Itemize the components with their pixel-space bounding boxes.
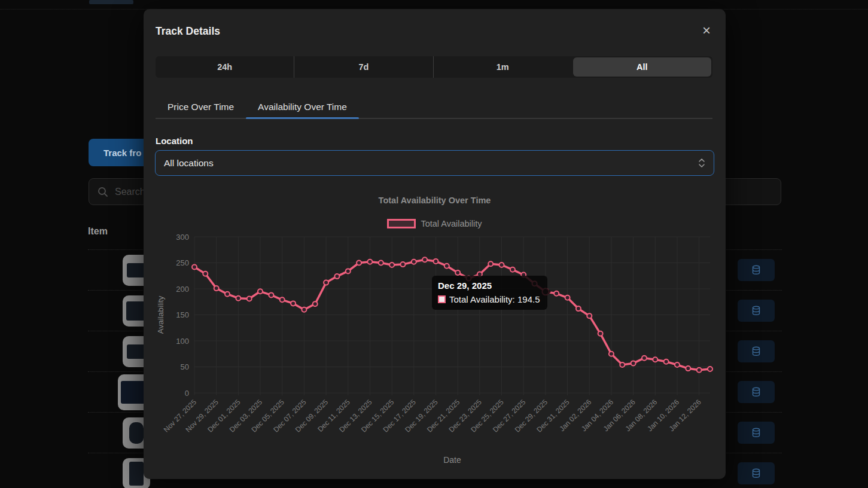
y-tick-label: 250 bbox=[176, 258, 189, 267]
data-point[interactable] bbox=[214, 286, 219, 291]
product-image bbox=[129, 462, 144, 486]
data-point[interactable] bbox=[389, 263, 394, 267]
data-point[interactable] bbox=[192, 265, 197, 270]
availability-line-chart[interactable]: 050100150200250300Nov 27, 2025Nov 29, 20… bbox=[156, 230, 715, 472]
data-point[interactable] bbox=[379, 261, 383, 266]
data-point[interactable] bbox=[686, 366, 690, 371]
time-range-selector: 24h7d1mAll bbox=[156, 56, 712, 78]
data-point[interactable] bbox=[401, 262, 406, 267]
close-icon[interactable]: × bbox=[697, 21, 716, 40]
data-point[interactable] bbox=[324, 280, 328, 285]
data-point[interactable] bbox=[258, 289, 263, 294]
data-point[interactable] bbox=[697, 368, 702, 373]
search-placeholder: Search bbox=[115, 187, 145, 197]
tab-availability-over-time[interactable]: Availability Over Time bbox=[246, 96, 359, 118]
tab-price-over-time[interactable]: Price Over Time bbox=[156, 96, 246, 118]
data-point[interactable] bbox=[203, 272, 208, 276]
tooltip-series-swatch bbox=[438, 295, 446, 303]
location-select[interactable]: All locations bbox=[155, 150, 714, 176]
data-point[interactable] bbox=[334, 274, 339, 279]
time-range-7d[interactable]: 7d bbox=[294, 56, 433, 78]
y-tick-label: 300 bbox=[176, 233, 189, 242]
data-point[interactable] bbox=[565, 295, 570, 300]
y-tick-label: 50 bbox=[181, 362, 189, 371]
data-point[interactable] bbox=[412, 260, 416, 264]
modal-title: Track Details bbox=[156, 25, 220, 38]
product-image bbox=[127, 263, 145, 277]
chart-legend[interactable]: Total Availability bbox=[144, 219, 726, 228]
database-icon bbox=[751, 306, 761, 316]
tooltip-value: Total Availability: 194.5 bbox=[449, 294, 540, 304]
product-image bbox=[127, 344, 145, 359]
location-select-value: All locations bbox=[164, 158, 698, 169]
data-point[interactable] bbox=[631, 361, 636, 365]
time-range-24h[interactable]: 24h bbox=[156, 56, 294, 78]
product-image bbox=[129, 422, 144, 444]
time-range-all[interactable]: All bbox=[573, 57, 711, 77]
database-icon bbox=[751, 346, 761, 356]
database-button[interactable] bbox=[738, 259, 775, 281]
data-point[interactable] bbox=[269, 292, 273, 297]
chevron-updown-icon bbox=[698, 158, 705, 168]
time-range-1m[interactable]: 1m bbox=[433, 56, 572, 78]
data-point[interactable] bbox=[225, 292, 230, 297]
database-button[interactable] bbox=[738, 422, 775, 444]
legend-swatch bbox=[387, 219, 416, 228]
data-point[interactable] bbox=[422, 257, 427, 262]
database-icon bbox=[751, 387, 761, 397]
database-icon bbox=[751, 428, 761, 438]
y-tick-label: 0 bbox=[185, 389, 189, 398]
database-button[interactable] bbox=[738, 300, 775, 322]
data-point[interactable] bbox=[434, 259, 438, 264]
app-root: Track fro Search Item Track Details × 24… bbox=[0, 0, 868, 488]
data-point[interactable] bbox=[280, 297, 285, 302]
data-point[interactable] bbox=[455, 270, 460, 275]
y-axis-title: Availability bbox=[156, 295, 165, 334]
location-label: Location bbox=[156, 136, 193, 146]
data-point[interactable] bbox=[598, 331, 603, 336]
x-axis-title: Date bbox=[443, 455, 461, 465]
legend-label: Total Availability bbox=[421, 219, 482, 228]
data-point[interactable] bbox=[346, 269, 351, 273]
chart-title: Total Availability Over Time bbox=[144, 196, 726, 205]
data-point[interactable] bbox=[620, 362, 625, 367]
y-tick-label: 150 bbox=[176, 310, 189, 319]
data-point[interactable] bbox=[488, 261, 493, 266]
data-point[interactable] bbox=[664, 359, 669, 364]
data-point[interactable] bbox=[675, 362, 680, 367]
y-tick-label: 100 bbox=[176, 337, 189, 346]
data-point[interactable] bbox=[367, 260, 372, 264]
partial-logo bbox=[89, 0, 133, 4]
data-point[interactable] bbox=[444, 264, 449, 269]
data-point[interactable] bbox=[236, 296, 240, 301]
data-point[interactable] bbox=[247, 297, 252, 301]
y-tick-label: 200 bbox=[176, 285, 189, 294]
data-point[interactable] bbox=[653, 357, 657, 362]
database-button[interactable] bbox=[738, 381, 775, 403]
track-details-modal: Track Details × 24h7d1mAll Price Over Ti… bbox=[144, 9, 726, 479]
data-point[interactable] bbox=[313, 301, 318, 306]
tooltip-date: Dec 29, 2025 bbox=[438, 280, 540, 291]
items-column-header: Item bbox=[88, 226, 108, 237]
database-icon bbox=[751, 265, 761, 275]
database-icon bbox=[751, 468, 761, 478]
data-point[interactable] bbox=[708, 367, 712, 371]
search-icon bbox=[98, 187, 108, 197]
data-point[interactable] bbox=[510, 267, 515, 272]
data-point[interactable] bbox=[576, 306, 581, 311]
data-point[interactable] bbox=[609, 352, 614, 356]
data-point[interactable] bbox=[301, 307, 306, 312]
database-button[interactable] bbox=[738, 340, 775, 362]
data-point[interactable] bbox=[357, 261, 361, 266]
data-point[interactable] bbox=[291, 301, 296, 306]
data-point[interactable] bbox=[500, 263, 504, 267]
chart-tabs: Price Over TimeAvailability Over Time bbox=[156, 96, 712, 119]
data-point[interactable] bbox=[642, 356, 647, 361]
data-point[interactable] bbox=[587, 313, 592, 318]
database-button[interactable] bbox=[738, 462, 775, 484]
chart-tooltip: Dec 29, 2025 Total Availability: 194.5 bbox=[432, 276, 547, 310]
data-point[interactable] bbox=[554, 291, 559, 296]
